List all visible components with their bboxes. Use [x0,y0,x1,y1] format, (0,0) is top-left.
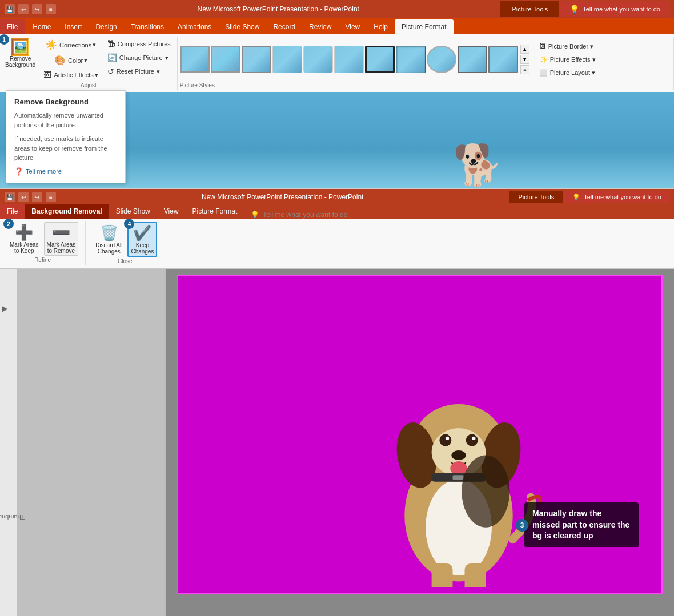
svg-point-6 [439,434,451,446]
second-customize-icon[interactable]: ≡ [46,192,56,202]
picture-effects-button[interactable]: ✨ Picture Effects ▾ [536,54,600,65]
second-undo-icon[interactable]: ↩ [18,192,29,202]
scroll-more-button[interactable]: ≡ [520,65,529,74]
svg-point-10 [451,450,466,460]
corrections-icon: ☀️ [46,39,57,50]
tab-record[interactable]: Record [266,19,302,34]
second-tab-view[interactable]: View [157,204,186,219]
scroll-up-button[interactable]: ▲ [520,45,529,54]
remove-bg-icon: 🖼️ [10,39,30,55]
slide-canvas: 3 Manually draw the missed part to ensur… [177,275,663,594]
redo-icon[interactable]: ↪ [32,4,42,14]
tab-home[interactable]: Home [26,19,58,34]
color-button[interactable]: 🎨 Color ▾ [39,53,102,67]
refine-buttons: ➕ Mark Areas to Keep 2 ➖ Mark Areas to R… [7,222,78,256]
badge-2: 2 [3,219,14,229]
style-thumb-6[interactable] [334,46,364,73]
svg-point-18 [462,455,509,527]
artistic-effects-label: Artistic Effects [54,71,93,78]
change-picture-button[interactable]: 🔄 Change Picture ▾ [103,51,175,64]
discard-all-button[interactable]: 🗑️ Discard All Changes [93,222,125,257]
discard-label: Discard All Changes [95,242,122,255]
second-picture-tools-tab: Picture Tools [509,191,563,203]
style-thumb-11[interactable] [488,46,518,73]
tooltip-title: Remove Background [14,98,117,106]
picture-effects-icon: ✨ [540,56,548,63]
corrections-label: Corrections [59,42,91,49]
close-buttons: 🗑️ Discard All Changes ✔️ Keep Changes 4 [93,222,157,257]
style-thumb-9[interactable] [427,46,456,73]
lightbulb-icon: 💡 [569,5,579,14]
dog-svg [362,359,556,587]
second-tell-me[interactable]: 💡 Tell me what you want to do [564,191,669,203]
save-icon[interactable]: 💾 [5,4,15,14]
reset-picture-button[interactable]: ↺ Reset Picture ▾ [103,65,175,78]
picture-layout-button[interactable]: ⬜ Picture Layout ▾ [536,67,600,78]
second-tell-me-bar[interactable]: 💡 Tell me what you want to do [244,211,354,219]
change-icon: 🔄 [107,53,117,62]
mark-keep-icon: ➕ [15,224,33,241]
scroll-down-button[interactable]: ▼ [520,55,529,64]
tooltip-tell-me-more[interactable]: ❓ Tell me more [14,167,117,176]
style-thumb-5[interactable] [303,46,333,73]
second-save-icon[interactable]: 💾 [5,192,15,202]
second-tab-picture-format[interactable]: Picture Format [186,204,244,219]
compress-icon: 🗜 [107,39,115,49]
tab-slideshow[interactable]: Slide Show [218,19,266,34]
second-redo-icon[interactable]: ↪ [32,192,42,202]
artistic-effects-button[interactable]: 🖼 Artistic Effects ▾ [39,69,102,81]
style-thumb-8[interactable] [396,46,426,73]
compress-pictures-button[interactable]: 🗜 Compress Pictures [103,38,175,50]
style-scroll: ▲ ▼ ≡ [520,45,529,74]
thumbnails-label: Thumbnails [0,514,25,521]
style-thumb-7[interactable] [365,46,395,73]
tab-animations[interactable]: Animations [171,19,218,34]
tab-picture-format[interactable]: Picture Format [395,19,454,34]
color-label: Color [68,57,83,64]
thumbnails-toggle[interactable]: ▶ [0,304,9,313]
tab-file[interactable]: File [0,19,25,34]
tab-design[interactable]: Design [89,19,123,34]
style-thumb-2[interactable] [211,46,240,73]
tell-me-area[interactable]: 💡 Tell me what you want to do [560,1,669,17]
mark-areas-remove-button[interactable]: ➖ Mark Areas to Remove [44,222,79,256]
annotation-bubble: Manually draw the missed part to ensure … [524,502,639,547]
tab-help[interactable]: Help [367,19,395,34]
second-tab-slideshow[interactable]: Slide Show [109,204,157,219]
style-thumb-1[interactable] [180,46,210,73]
style-thumb-10[interactable] [458,46,487,73]
picture-border-button[interactable]: 🖼 Picture Border ▾ [536,41,600,52]
tab-review[interactable]: Review [302,19,338,34]
close-group: 🗑️ Discard All Changes ✔️ Keep Changes 4… [86,221,164,265]
svg-point-7 [466,434,478,446]
second-tab-background-removal[interactable]: Background Removal [25,204,109,219]
discard-icon: 🗑️ [100,224,118,242]
adjust-group: 🖼️ Remove Background 1 ☀️ Corrections ▾ … [0,37,178,90]
refine-group-label: Refine [34,257,51,263]
compress-label: Compress Pictures [118,41,171,47]
change-label: Change Picture [119,54,163,61]
tab-transitions[interactable]: Transitions [124,19,171,34]
second-ribbon-tabs: File Background Removal Slide Show View … [0,205,674,219]
second-app-title: New Microsoft PowerPoint Presentation - … [56,193,509,201]
corrections-button[interactable]: ☀️ Corrections ▾ [39,38,102,52]
svg-point-8 [446,437,449,440]
keep-changes-wrapper: ✔️ Keep Changes 4 [127,222,157,257]
second-tell-me-bar-icon: 💡 [251,211,259,219]
adjust-group-label: Adjust [81,82,97,88]
annotation-text: Manually draw the missed part to ensure … [532,509,629,540]
tooltip-line2: If needed, use marks to indicate areas t… [14,134,117,163]
title-bar: 💾 ↩ ↪ ≡ New Microsoft PowerPoint Present… [0,0,674,18]
second-tell-me-label: Tell me what you want to do [584,194,661,200]
style-thumb-4[interactable] [272,46,302,73]
picture-border-icon: 🖼 [540,43,546,50]
tab-insert[interactable]: Insert [58,19,89,34]
second-toolbar: 💾 ↩ ↪ ≡ New Microsoft PowerPoint Present… [0,189,674,269]
second-title-bar: 💾 ↩ ↪ ≡ New Microsoft PowerPoint Present… [0,189,674,205]
tab-view[interactable]: View [338,19,367,34]
customize-icon[interactable]: ≡ [46,4,56,14]
picture-styles-group-label: Picture Styles [180,82,671,88]
second-tab-file[interactable]: File [0,204,25,219]
undo-icon[interactable]: ↩ [18,4,29,14]
style-thumb-3[interactable] [242,46,271,73]
